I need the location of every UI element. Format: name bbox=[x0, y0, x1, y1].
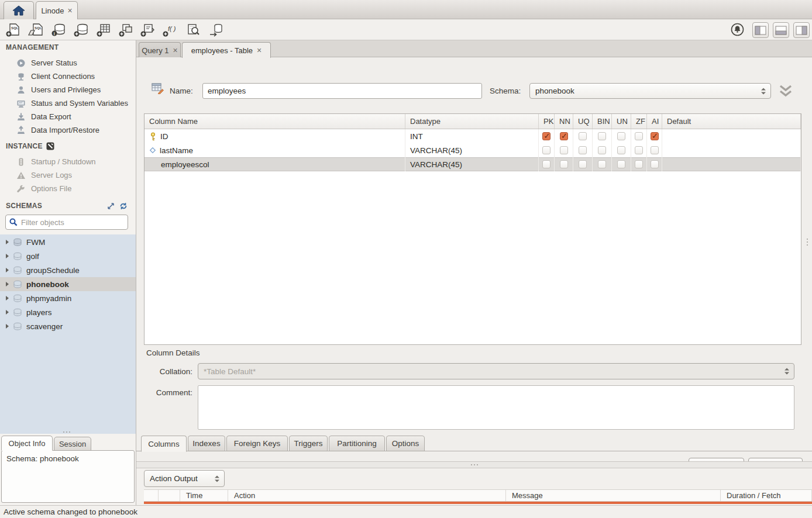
schema-filter-input[interactable] bbox=[21, 218, 124, 227]
subtab-triggers[interactable]: Triggers bbox=[289, 436, 328, 451]
expand-arrow-icon[interactable] bbox=[6, 310, 9, 315]
close-tab-icon[interactable]: × bbox=[67, 6, 72, 15]
notifications-icon[interactable] bbox=[730, 22, 747, 36]
schema-item-groupschedule[interactable]: groupSchedule bbox=[0, 263, 136, 277]
expand-arrow-icon[interactable] bbox=[6, 254, 9, 258]
toggle-bottom-panel-icon[interactable] bbox=[773, 22, 789, 38]
refresh-schemas-icon[interactable] bbox=[119, 202, 128, 210]
schema-item-golf[interactable]: golf bbox=[0, 249, 136, 263]
checkbox-un[interactable] bbox=[617, 160, 625, 168]
tab-query-1[interactable]: Query 1 × bbox=[139, 42, 181, 58]
sidebar-item-options-file[interactable]: Options File bbox=[0, 182, 136, 195]
tab-object-info[interactable]: Object Info bbox=[1, 436, 53, 451]
panel-resize-grip[interactable] bbox=[63, 431, 64, 433]
sidebar-item-users-privileges[interactable]: Users and Privileges bbox=[0, 83, 136, 96]
schema-select[interactable]: phonebook bbox=[529, 83, 771, 99]
table-name-input[interactable] bbox=[202, 83, 482, 99]
checkbox-nn[interactable] bbox=[560, 146, 568, 154]
checkbox-nn[interactable] bbox=[560, 132, 568, 140]
header-ai[interactable]: AI bbox=[647, 114, 662, 129]
data-transfer-icon[interactable] bbox=[207, 23, 225, 37]
column-row-id[interactable]: ID INT bbox=[144, 129, 801, 143]
header-duration-fetch[interactable]: Duration / Fetch bbox=[721, 490, 812, 501]
header-message[interactable]: Message bbox=[506, 490, 721, 501]
sidebar-item-server-logs[interactable]: Server Logs bbox=[0, 168, 136, 182]
header-nn[interactable]: NN bbox=[555, 114, 573, 129]
expand-schemas-icon[interactable] bbox=[107, 202, 115, 210]
schema-item-phonebook[interactable]: phonebook bbox=[0, 277, 136, 291]
home-tab[interactable] bbox=[4, 1, 34, 19]
expand-arrow-icon[interactable] bbox=[6, 268, 9, 272]
header-uq[interactable]: UQ bbox=[573, 114, 593, 129]
new-function-icon[interactable]: f( ) bbox=[161, 23, 179, 37]
close-tab-icon[interactable]: × bbox=[257, 46, 262, 54]
sidebar-item-client-connections[interactable]: Client Connections bbox=[0, 70, 136, 83]
tab-session[interactable]: Session bbox=[54, 437, 91, 451]
header-action[interactable]: Action bbox=[228, 490, 506, 501]
checkbox-zf[interactable] bbox=[635, 132, 643, 140]
toggle-left-panel-icon[interactable] bbox=[752, 22, 769, 38]
new-table-icon[interactable] bbox=[95, 23, 113, 37]
schema-item-fwm[interactable]: FWM bbox=[0, 235, 136, 249]
subtab-foreign-keys[interactable]: Foreign Keys bbox=[226, 436, 288, 451]
collapse-header-chevrons-icon[interactable] bbox=[777, 84, 794, 98]
splitter-grip[interactable] bbox=[471, 464, 472, 465]
subtab-options[interactable]: Options bbox=[386, 436, 425, 451]
header-datatype[interactable]: Datatype bbox=[405, 114, 539, 129]
new-procedure-icon[interactable] bbox=[139, 23, 157, 37]
right-splitter-grip[interactable] bbox=[807, 239, 808, 240]
header-zf[interactable]: ZF bbox=[631, 114, 647, 129]
checkbox-bin[interactable] bbox=[598, 160, 606, 168]
header-pk[interactable]: PK bbox=[539, 114, 555, 129]
expand-arrow-icon[interactable] bbox=[6, 240, 9, 244]
header-un[interactable]: UN bbox=[612, 114, 631, 129]
new-sql-tab-icon[interactable]: SQL bbox=[5, 23, 22, 37]
toggle-right-panel-icon[interactable] bbox=[793, 22, 810, 38]
checkbox-un[interactable] bbox=[617, 146, 625, 154]
header-bin[interactable]: BIN bbox=[593, 114, 612, 129]
new-schema-icon[interactable] bbox=[73, 23, 90, 37]
schema-item-players[interactable]: players bbox=[0, 305, 136, 319]
close-tab-icon[interactable]: × bbox=[173, 46, 178, 54]
subtab-partitioning[interactable]: Partitioning bbox=[329, 436, 385, 451]
checkbox-uq[interactable] bbox=[579, 146, 587, 154]
checkbox-bin[interactable] bbox=[598, 132, 606, 140]
subtab-indexes[interactable]: Indexes bbox=[188, 436, 225, 451]
checkbox-pk[interactable] bbox=[542, 132, 550, 140]
output-splitter[interactable] bbox=[136, 461, 812, 468]
sidebar-item-data-import[interactable]: Data Import/Restore bbox=[0, 123, 136, 137]
column-row-employeescol[interactable]: employeescol VARCHAR(45) bbox=[144, 157, 801, 171]
expand-arrow-icon[interactable] bbox=[6, 282, 9, 286]
comment-textarea[interactable] bbox=[198, 385, 794, 430]
checkbox-bin[interactable] bbox=[598, 146, 606, 154]
checkbox-un[interactable] bbox=[617, 132, 625, 140]
search-table-data-icon[interactable] bbox=[184, 23, 202, 37]
collation-select[interactable]: *Table Default* bbox=[198, 363, 794, 379]
header-default[interactable]: Default bbox=[662, 114, 801, 129]
database-info-icon[interactable]: i bbox=[50, 23, 67, 37]
schema-item-scavenger[interactable]: scavenger bbox=[0, 319, 136, 333]
checkbox-uq[interactable] bbox=[579, 132, 587, 140]
new-view-icon[interactable] bbox=[118, 23, 135, 37]
header-time[interactable]: Time bbox=[180, 490, 228, 501]
sidebar-item-system-variables[interactable]: Status and System Variables bbox=[0, 96, 136, 110]
output-type-select[interactable]: Action Output bbox=[144, 470, 225, 487]
checkbox-uq[interactable] bbox=[579, 160, 587, 168]
action-output-selected-row[interactable] bbox=[144, 502, 812, 504]
checkbox-zf[interactable] bbox=[635, 146, 643, 154]
expand-arrow-icon[interactable] bbox=[6, 324, 9, 329]
sidebar-item-startup-shutdown[interactable]: Startup / Shutdown bbox=[0, 155, 136, 168]
sidebar-item-data-export[interactable]: Data Export bbox=[0, 110, 136, 123]
schema-item-phpmyadmin[interactable]: phpmyadmin bbox=[0, 291, 136, 305]
checkbox-ai[interactable] bbox=[651, 160, 659, 168]
checkbox-pk[interactable] bbox=[542, 160, 550, 168]
subtab-columns[interactable]: Columns bbox=[141, 436, 187, 452]
checkbox-pk[interactable] bbox=[542, 146, 550, 154]
header-column-name[interactable]: Column Name bbox=[144, 114, 405, 129]
tab-employees-table[interactable]: employees - Table × bbox=[182, 42, 271, 58]
sidebar-item-server-status[interactable]: Server Status bbox=[0, 56, 136, 70]
checkbox-ai[interactable] bbox=[651, 132, 659, 140]
open-sql-script-icon[interactable]: SQL bbox=[27, 23, 44, 37]
checkbox-ai[interactable] bbox=[651, 146, 659, 154]
checkbox-nn[interactable] bbox=[560, 160, 568, 168]
